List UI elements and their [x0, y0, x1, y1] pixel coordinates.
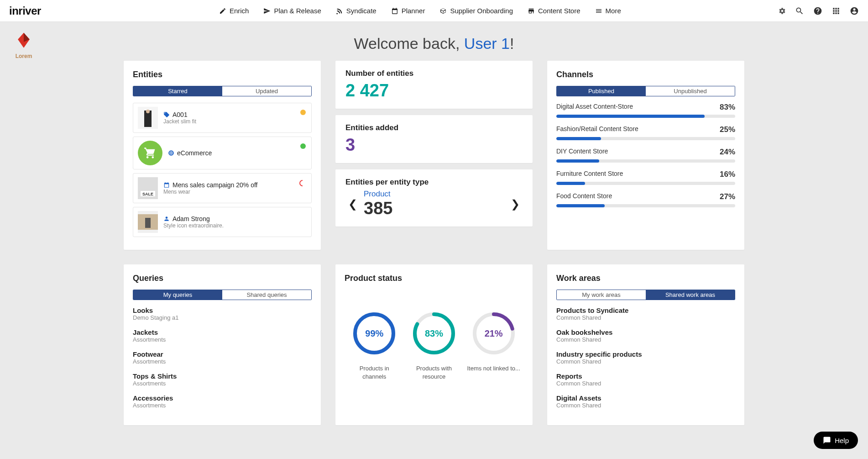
query-row[interactable]: Tops & ShirtsAssortments [133, 372, 312, 387]
status-dot [300, 143, 306, 149]
entity-row[interactable]: eCommerce [133, 137, 312, 169]
pencil-icon [219, 7, 226, 15]
status-dot [300, 110, 306, 115]
chat-icon [823, 436, 831, 443]
calendar-icon [391, 7, 398, 15]
brand-name: Lorem [14, 53, 34, 59]
tag-icon [163, 111, 170, 118]
entities-tabs: Starred Updated [133, 86, 312, 96]
globe-icon [168, 150, 174, 156]
entities-per-type-card: Entities per entity type ❮ Product 385 ❯ [335, 169, 533, 227]
work-area-row[interactable]: ReportsCommon Shared [556, 372, 735, 387]
work-areas-card: Work areas My work areas Shared work are… [547, 264, 744, 425]
nav-enrich[interactable]: Enrich [219, 7, 249, 15]
channel-row[interactable]: Furniture Content Store16% [556, 170, 735, 185]
entity-thumb: SALE [138, 177, 158, 199]
channel-row[interactable]: Digital Asset Content-Store83% [556, 103, 735, 118]
tab-my-queries[interactable]: My queries [133, 290, 222, 300]
person-icon [163, 216, 170, 222]
nav-plan-release[interactable]: Plan & Release [263, 7, 321, 15]
nav-supplier-onboarding[interactable]: Supplier Onboarding [439, 7, 513, 15]
query-row[interactable]: JacketsAssortments [133, 328, 312, 343]
tab-starred[interactable]: Starred [133, 86, 222, 96]
entities-title: Entities [133, 70, 312, 79]
status-dot [299, 180, 306, 186]
send-icon [263, 7, 271, 15]
store-icon [528, 7, 535, 15]
query-row[interactable]: LooksDemo Staging a1 [133, 306, 312, 321]
query-row[interactable]: FootwearAssortments [133, 350, 312, 365]
num-entities-value: 2 427 [345, 81, 523, 100]
donut: 21%Items not linked to... [466, 311, 521, 381]
entity-thumb [138, 141, 162, 165]
tab-updated[interactable]: Updated [222, 86, 311, 96]
num-entities-card: Number of entities 2 427 [335, 61, 533, 109]
entity-thumb [138, 211, 158, 233]
brand-logo-icon [14, 31, 34, 51]
product-status-card: Product status 99%Products in channels83… [335, 264, 533, 425]
apps-icon[interactable] [831, 6, 841, 16]
tab-shared-queries[interactable]: Shared queries [222, 290, 311, 300]
work-area-row[interactable]: Industry specific productsCommon Shared [556, 350, 735, 365]
entity-type-value: 385 [364, 199, 508, 218]
channels-card: Channels Published Unpublished Digital A… [547, 61, 744, 250]
svg-point-2 [146, 110, 150, 113]
gear-icon[interactable] [779, 7, 786, 15]
welcome-heading: Welcome back, User 1! [0, 22, 868, 61]
util-icons [779, 6, 859, 16]
nav-syndicate[interactable]: Syndicate [336, 7, 376, 15]
help-icon[interactable] [813, 6, 822, 16]
tab-published[interactable]: Published [557, 86, 646, 96]
query-row[interactable]: AccessoriesAssortments [133, 394, 312, 409]
channels-tabs: Published Unpublished [556, 86, 735, 96]
nav-planner[interactable]: Planner [391, 7, 425, 15]
prev-arrow[interactable]: ❮ [345, 198, 360, 211]
work-area-row[interactable]: Products to SyndicateCommon Shared [556, 306, 735, 321]
brand-badge: Lorem [14, 31, 34, 59]
entities-added-value: 3 [345, 135, 523, 155]
work-area-row[interactable]: Digital AssetsCommon Shared [556, 394, 735, 409]
entity-type-label: Product [364, 190, 508, 199]
svg-rect-7 [145, 218, 151, 228]
middle-col: Number of entities 2 427 Entities added … [335, 61, 533, 250]
welcome-user: User 1 [464, 35, 510, 52]
tab-unpublished[interactable]: Unpublished [646, 86, 735, 96]
top-bar: inriver Enrich Plan & Release Syndicate … [0, 0, 868, 22]
main-nav: Enrich Plan & Release Syndicate Planner … [219, 7, 621, 15]
queries-card: Queries My queries Shared queries LooksD… [124, 264, 321, 425]
donut: 99%Products in channels [347, 311, 402, 381]
channel-row[interactable]: Food Content Store27% [556, 192, 735, 207]
next-arrow[interactable]: ❯ [508, 198, 523, 211]
work-area-row[interactable]: Oak bookshelvesCommon Shared [556, 328, 735, 343]
entity-row[interactable]: Adam Strong Style icon extraordinaire. [133, 207, 312, 237]
entities-card: Entities Starred Updated A001 Jacket sli… [124, 61, 321, 250]
nav-more[interactable]: More [595, 7, 621, 15]
calendar-icon [163, 182, 170, 188]
svg-text:SALE: SALE [142, 192, 153, 196]
box-icon [439, 7, 447, 15]
channel-row[interactable]: DIY Content Store24% [556, 148, 735, 163]
tab-my-work-areas[interactable]: My work areas [557, 290, 646, 300]
work-areas-tabs: My work areas Shared work areas [556, 290, 735, 300]
donut: 83%Products with resource [407, 311, 461, 381]
entity-row[interactable]: SALE Mens sales campaign 20% off Mens we… [133, 173, 312, 203]
nav-content-store[interactable]: Content Store [528, 7, 580, 15]
entity-thumb [138, 107, 158, 129]
menu-icon [595, 7, 602, 15]
queries-tabs: My queries Shared queries [133, 290, 312, 300]
user-icon[interactable] [850, 6, 859, 16]
entities-added-card: Entities added 3 [335, 115, 533, 163]
search-icon[interactable] [795, 6, 804, 16]
entity-row[interactable]: A001 Jacket slim fit [133, 103, 312, 133]
help-button[interactable]: Help [814, 432, 858, 443]
logo: inriver [9, 5, 41, 17]
tab-shared-work-areas[interactable]: Shared work areas [646, 290, 735, 300]
channel-row[interactable]: Fashion/Retail Content Store25% [556, 125, 735, 140]
rss-icon [336, 7, 343, 15]
